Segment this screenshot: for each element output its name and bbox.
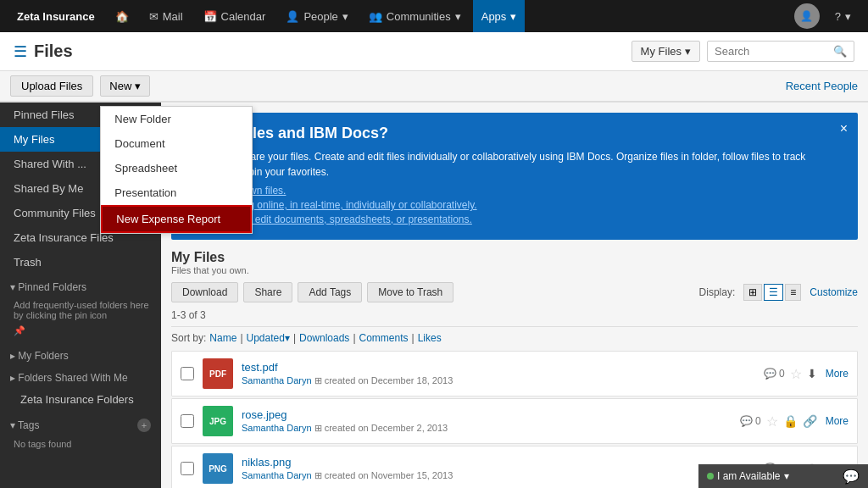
count-bar: 1-3 of 3 — [171, 309, 858, 327]
files-section: My Files Files that you own. Download Sh… — [161, 250, 868, 488]
search-input[interactable] — [715, 45, 833, 58]
move-to-trash-button[interactable]: Move to Trash — [367, 282, 453, 302]
header-right: My Files ▾ 🔍 — [632, 41, 854, 62]
file-name-3[interactable]: niklas.png — [242, 456, 292, 469]
nav-communities[interactable]: 👥 Communities ▾ — [360, 0, 470, 32]
nav-help[interactable]: ? ▾ — [826, 0, 860, 32]
file-name-1[interactable]: test.pdf — [242, 361, 278, 374]
table-row: PDF test.pdf Samantha Daryn ⊞ created on… — [171, 351, 858, 396]
menu-item-document[interactable]: Document — [101, 131, 252, 156]
banner-close-button[interactable]: × — [840, 121, 848, 136]
file-date-2: December 2, 2013 — [371, 423, 448, 433]
banner-title: New to Files and IBM Docs? — [185, 125, 844, 142]
upload-files-button[interactable]: Upload Files — [10, 75, 93, 97]
tags-group[interactable]: ▾ Tags + — [0, 412, 161, 435]
file-icon-jpg: JPG — [203, 406, 233, 436]
my-files-sidebar-label: My Files — [14, 133, 54, 146]
pinned-folders-hint: Add frequently-used folders here by clic… — [0, 297, 161, 343]
sort-bar: Sort by: Name | Updated▾ | Downloads | C… — [171, 332, 858, 344]
banner-links: Add your own files. Start editing online… — [185, 185, 844, 225]
more-link-2[interactable]: More — [826, 415, 849, 427]
menu-item-new-folder[interactable]: New Folder — [101, 107, 252, 131]
top-navigation: Zeta Insurance 🏠 ✉ Mail 📅 Calendar 👤 Peo… — [0, 0, 868, 32]
communities-dropdown-arrow: ▾ — [455, 10, 461, 23]
nav-people[interactable]: 👤 People ▾ — [277, 0, 356, 32]
sort-likes-link[interactable]: Likes — [418, 332, 442, 344]
file-checkbox-1[interactable] — [181, 367, 194, 380]
nav-right-area: 👤 ? ▾ — [794, 0, 860, 32]
sidebar-item-trash[interactable]: Trash — [0, 250, 161, 274]
add-tags-button[interactable]: Add Tags — [298, 282, 362, 302]
grid-view-button[interactable]: ⊞ — [743, 284, 762, 301]
more-link-1[interactable]: More — [826, 368, 849, 380]
lock-icon-2[interactable]: 🔒 — [783, 414, 798, 428]
file-meta-3: Samantha Daryn ⊞ created on November 15,… — [242, 470, 755, 481]
file-actions-1: 💬 0 ☆ ⬇ — [764, 366, 817, 382]
view-icons: ⊞ ☰ ≡ — [743, 284, 801, 301]
file-action-icon-3: ⊞ — [314, 470, 325, 480]
detail-view-button[interactable]: ≡ — [785, 284, 801, 301]
zeta-files-label: Zeta Insurance Files — [14, 231, 114, 244]
download-button[interactable]: Download — [171, 282, 238, 302]
community-files-label: Community Files — [14, 207, 96, 219]
files-header: My Files Files that you own. — [171, 250, 858, 275]
home-icon: 🏠 — [115, 10, 129, 23]
sidebar-item-zeta-folders[interactable]: Zeta Insurance Folders — [0, 387, 161, 412]
file-date-1: December 18, 2013 — [371, 375, 453, 385]
my-files-dropdown[interactable]: My Files ▾ — [632, 41, 700, 62]
calendar-icon: 📅 — [203, 10, 217, 23]
comment-icon-1: 💬 — [764, 368, 776, 380]
download-icon-1[interactable]: ⬇ — [807, 367, 817, 380]
availability-button[interactable]: I am Available ▾ — [707, 470, 789, 482]
count-text: 1-3 of 3 — [171, 309, 206, 321]
file-name-2[interactable]: rose.jpeg — [242, 408, 287, 421]
customize-button[interactable]: Customize — [810, 286, 858, 298]
dropdown-arrow-icon: ▾ — [685, 45, 691, 58]
sort-name-link[interactable]: Name — [209, 332, 236, 344]
new-button[interactable]: New ▾ — [100, 75, 150, 97]
menu-item-new-expense-report[interactable]: New Expense Report — [101, 205, 252, 233]
file-icon-pdf: PDF — [203, 358, 233, 389]
pinned-files-label: Pinned Files — [14, 108, 75, 121]
file-action-icon-2: ⊞ — [314, 423, 325, 433]
toolbar-area: Upload Files New ▾ New Folder Document S… — [0, 71, 868, 103]
nav-apps[interactable]: Apps ▾ — [473, 0, 526, 32]
sort-downloads-link[interactable]: Downloads — [299, 332, 349, 344]
file-action-icon-1: ⊞ — [314, 375, 325, 385]
folders-shared-group[interactable]: ▸ Folders Shared With Me — [0, 365, 161, 387]
file-owner-1[interactable]: Samantha Daryn — [242, 375, 312, 385]
star-icon-2[interactable]: ☆ — [766, 413, 778, 430]
file-info-2: rose.jpeg Samantha Daryn ⊞ created on De… — [242, 408, 732, 434]
comment-icon-2: 💬 — [740, 415, 753, 427]
add-tag-button[interactable]: + — [137, 419, 151, 432]
file-owner-3[interactable]: Samantha Daryn — [242, 470, 312, 480]
bottom-bar: I am Available ▾ 💬 — [698, 464, 868, 488]
file-info-1: test.pdf Samantha Daryn ⊞ created on Dec… — [242, 361, 755, 386]
sort-comments-link[interactable]: Comments — [359, 332, 409, 344]
star-icon-1[interactable]: ☆ — [790, 366, 802, 382]
nav-mail[interactable]: ✉ Mail — [141, 0, 192, 32]
nav-home[interactable]: 🏠 — [107, 0, 137, 32]
file-owner-2[interactable]: Samantha Daryn — [242, 423, 312, 433]
menu-item-presentation[interactable]: Presentation — [101, 180, 252, 205]
sort-label: Sort by: — [171, 332, 206, 344]
file-meta-1: Samantha Daryn ⊞ created on December 18,… — [242, 375, 755, 386]
my-folders-group[interactable]: ▸ My Folders — [0, 343, 161, 365]
nav-calendar[interactable]: 📅 Calendar — [195, 0, 275, 32]
toolbar: Upload Files New ▾ New Folder Document S… — [0, 71, 868, 102]
chat-button[interactable]: 💬 — [843, 469, 860, 485]
recent-people-link[interactable]: Recent People — [786, 80, 858, 92]
pinned-folders-group[interactable]: ▾ Pinned Folders — [0, 274, 161, 297]
sort-updated-link[interactable]: Updated▾ — [247, 332, 290, 344]
share-button[interactable]: Share — [243, 282, 292, 302]
menu-item-spreadsheet[interactable]: Spreadsheet — [101, 156, 252, 180]
user-avatar[interactable]: 👤 — [794, 3, 820, 29]
help-icon: ? — [835, 10, 841, 23]
file-checkbox-3[interactable] — [181, 462, 194, 475]
page-title-area: ☰ Files — [14, 42, 632, 61]
list-view-button[interactable]: ☰ — [764, 284, 783, 301]
file-checkbox-2[interactable] — [181, 414, 194, 428]
external-icon-2[interactable]: 🔗 — [803, 414, 817, 428]
content-area: × New to Files and IBM Docs? Upload and … — [161, 103, 868, 488]
file-actions-2: 💬 0 ☆ 🔒 🔗 — [740, 413, 817, 430]
